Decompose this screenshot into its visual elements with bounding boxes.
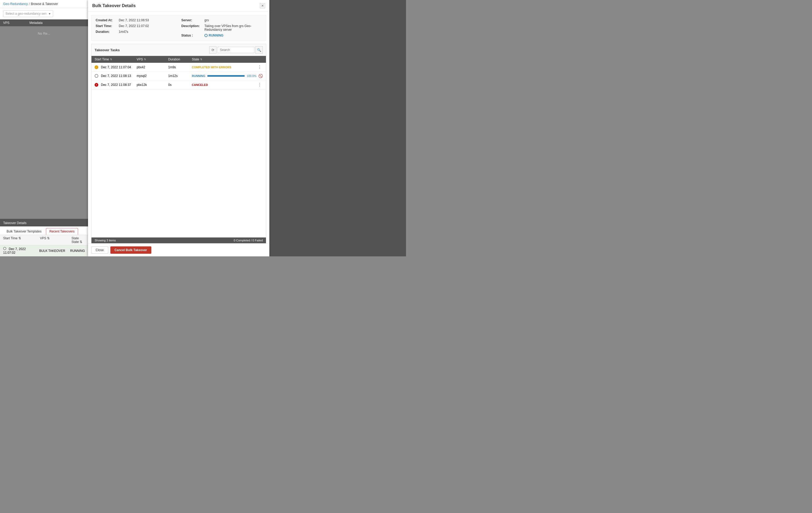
server-select[interactable]: Select a geo-redundancy server ... [3, 10, 53, 17]
task2-duration: 1m12s [168, 74, 192, 78]
search-input[interactable] [218, 47, 254, 53]
duration-label: Duration: [96, 30, 117, 34]
recent-takeover-row[interactable]: Dec 7, 2022 11:07:02 BULK TAKEOVER RUNNI… [0, 245, 88, 256]
status-label: Status : [181, 34, 202, 37]
task1-duration: 1m9s [168, 65, 192, 69]
task-vps-col[interactable]: VPS ⇅ [137, 58, 168, 61]
row-state: RUNNING [70, 249, 85, 253]
start-time-label: Start Time: [96, 24, 117, 28]
breadcrumb-geo-redundancy[interactable]: Geo-Redundancy [3, 2, 28, 6]
server-select-wrapper[interactable]: Select a geo-redundancy server ... [3, 10, 53, 17]
no-results-text: No Re... [0, 26, 88, 219]
task2-state-label: RUNNING [192, 74, 205, 78]
task3-vps: pbx12k [137, 83, 168, 87]
cancel-bulk-takeover-button[interactable]: Cancel Bulk Takeover [110, 246, 151, 254]
recent-takeovers-table-header: Start Time ⇅ VPS ⇅ State State ⇅ [0, 235, 88, 245]
status-running-dot-icon [204, 34, 208, 37]
task1-more-button[interactable]: ⋮ [257, 65, 263, 70]
vps-table-header: VPS Metadata [0, 20, 88, 26]
row-start-time: Dec 7, 2022 11:07:02 [3, 247, 36, 254]
vps-col-header[interactable]: VPS [3, 21, 24, 25]
task3-duration: 0s [168, 83, 192, 87]
server-label: Server: [181, 19, 202, 22]
task-row: ✕ Dec 7, 2022 11:08:37 pbx12k 0s CANCELE… [91, 80, 266, 89]
cancel-task-button[interactable]: 🚫 [258, 73, 263, 78]
task1-vps: pbx42 [137, 65, 168, 69]
tabs-row: Bulk Takeover Templates Recent Takeovers [0, 227, 88, 235]
breadcrumb: Geo-Redundancy / Browse & Takeover [0, 0, 88, 8]
start-time-col[interactable]: Start Time ⇅ [3, 236, 37, 244]
modal-title: Bulk Takeover Details [92, 3, 136, 8]
running-progress: RUNNING 100.0% [192, 74, 257, 78]
row-vps: BULK TAKEOVER [39, 249, 67, 253]
task1-start-time: ✓ Dec 7, 2022 11:07:04 [95, 65, 137, 69]
start-time-row: Start Time: Dec 7, 2022 11:07:02 [96, 24, 176, 28]
modal-title-bar: Bulk Takeover Details ✕ [88, 0, 269, 12]
start-time-value: Dec 7, 2022 11:07:02 [119, 24, 149, 28]
breadcrumb-current: Browse & Takeover [31, 2, 58, 6]
task2-start-time: Dec 7, 2022 11:08:13 [95, 74, 137, 78]
metadata-col-header[interactable]: Metadata [29, 21, 85, 25]
running-top-row: RUNNING 100.0% [192, 74, 257, 78]
state-col[interactable]: State State ⇅ [71, 236, 85, 244]
canceled-icon: ✕ [95, 83, 98, 87]
task1-state-label: COMPLETED WITH ERRORS [192, 66, 231, 69]
description-label: Description: [181, 24, 202, 28]
breadcrumb-separator: / [29, 2, 30, 6]
task-start-time-col[interactable]: Start Time ⇅ [95, 58, 137, 61]
created-at-value: Dec 7, 2022 11:06:53 [119, 19, 149, 22]
server-row: Server: grs [181, 19, 262, 22]
status-value: RUNNING [204, 34, 223, 37]
description-row: Description: Taking over VPSes from grs … [181, 24, 262, 32]
progress-percentage: 100.0% [247, 74, 257, 78]
takeover-details-header: Takeover Details [0, 220, 88, 227]
task-row: Dec 7, 2022 11:08:13 mysql2 1m12s RUNNIN… [91, 72, 266, 80]
created-at-row: Created At: Dec 7, 2022 11:06:53 [96, 19, 176, 22]
duration-row: Duration: 1m47s [96, 30, 176, 34]
showing-items: Showing 3 items [95, 239, 116, 242]
tasks-table-header: Start Time ⇅ VPS ⇅ Duration State ⇅ [91, 56, 266, 63]
task3-more-button[interactable]: ⋮ [257, 82, 263, 87]
duration-value: 1m47s [119, 30, 128, 34]
running-icon [95, 74, 98, 78]
running-circle-icon [3, 247, 6, 250]
task-row: ✓ Dec 7, 2022 11:07:04 pbx42 1m9s COMPLE… [91, 63, 266, 72]
server-select-bar: Select a geo-redundancy server ... [0, 8, 88, 20]
vps-col[interactable]: VPS ⇅ [40, 236, 69, 244]
tasks-title: Takeover Tasks [95, 48, 120, 52]
modal-info-section: Created At: Dec 7, 2022 11:06:53 Start T… [91, 15, 266, 41]
refresh-button[interactable]: ⟳ [209, 46, 216, 54]
task2-vps: mysql2 [137, 74, 168, 78]
task-state-col[interactable]: State ⇅ [192, 58, 263, 61]
completed-failed-stats: 0 Completed / 0 Failed [234, 239, 263, 242]
progress-bar-fill [207, 75, 244, 77]
task-duration-col[interactable]: Duration [168, 58, 192, 61]
tasks-footer: Showing 3 items 0 Completed / 0 Failed [91, 237, 266, 243]
status-row: Status : RUNNING [181, 34, 262, 37]
bottom-section: Takeover Details Bulk Takeover Templates… [0, 219, 88, 256]
task1-state: COMPLETED WITH ERRORS ⋮ [192, 65, 263, 70]
modal-close-icon[interactable]: ✕ [260, 3, 265, 8]
bulk-takeover-modal: Bulk Takeover Details ✕ Created At: Dec … [88, 0, 269, 256]
server-value: grs [204, 19, 209, 22]
task3-state: CANCELED ⋮ [192, 82, 263, 87]
search-button[interactable]: 🔍 [255, 46, 263, 54]
modal-overlay: Bulk Takeover Details ✕ Created At: Dec … [88, 0, 406, 256]
close-button[interactable]: Close [91, 246, 108, 254]
search-bar: ⟳ 🔍 [209, 46, 263, 54]
task3-start-time: ✕ Dec 7, 2022 11:08:37 [95, 83, 137, 87]
task2-state: RUNNING 100.0% 🚫 [192, 73, 263, 78]
tab-recent-takeovers[interactable]: Recent Takeovers [46, 228, 78, 235]
completed-errors-icon: ✓ [95, 65, 98, 69]
tab-bulk-takeover-templates[interactable]: Bulk Takeover Templates [3, 228, 45, 235]
created-at-label: Created At: [96, 19, 117, 22]
tasks-header: Takeover Tasks ⟳ 🔍 [91, 44, 266, 56]
progress-bar-container [207, 75, 244, 77]
tasks-table-body: ✓ Dec 7, 2022 11:07:04 pbx42 1m9s COMPLE… [91, 63, 266, 237]
takeover-tasks-section: Takeover Tasks ⟳ 🔍 Start Time ⇅ VPS ⇅ [91, 44, 266, 243]
task3-state-label: CANCELED [192, 83, 208, 86]
description-value: Taking over VPSes from grs Geo-Redundanc… [204, 24, 262, 32]
modal-footer: Close Cancel Bulk Takeover [88, 243, 269, 256]
